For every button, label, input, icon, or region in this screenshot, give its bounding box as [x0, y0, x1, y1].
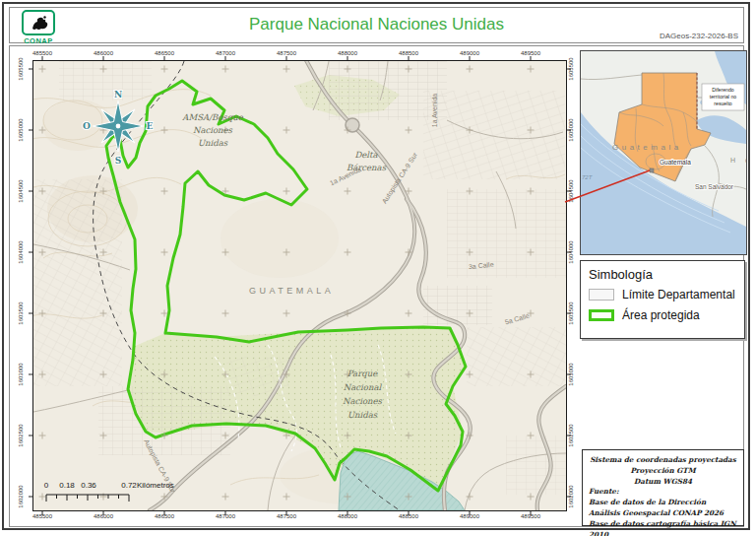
- inset-city-label: Guatemala: [660, 159, 691, 166]
- coord-label: 486500: [155, 513, 174, 519]
- credits-source: Base de datos de la Dirección Análisis G…: [589, 498, 737, 519]
- amsa-label: Naciones: [193, 125, 233, 135]
- compass-w: O: [83, 121, 91, 131]
- main-map-canvas: AMSA/Bosque Naciones Unidas Delta Bárcen…: [33, 61, 566, 510]
- coord-label: 489500: [521, 50, 540, 56]
- main-map: AMSA/Bosque Naciones Unidas Delta Bárcen…: [32, 60, 567, 511]
- coord-label: 485500: [32, 513, 52, 519]
- coord-label: 487500: [277, 50, 296, 56]
- park-label: Unidas: [347, 410, 378, 420]
- legend-item-label: Área protegida: [622, 308, 700, 322]
- scale-label: 0: [44, 481, 49, 490]
- scale-label: 0.36: [81, 481, 96, 490]
- inset-utm-label: 72T: [582, 174, 594, 180]
- coord-label: 486500: [155, 50, 174, 56]
- coord-label: 1602000: [568, 485, 574, 507]
- protected-area-swatch: [589, 309, 614, 321]
- legend: Simbología Límite Departamental Área pro…: [580, 260, 745, 339]
- doc-code: DAGeos-232-2026-BS: [660, 32, 738, 40]
- note-line: Diferendo: [712, 87, 734, 93]
- park-label: Nacional: [344, 382, 383, 392]
- credits-line: Proyección GTM: [589, 466, 737, 477]
- delta-barcenas-label: Delta: [354, 150, 378, 160]
- guatemala-city-label: GUATEMALA: [249, 286, 334, 296]
- coord-label: 486000: [94, 513, 113, 519]
- coord-label: 1604500: [18, 179, 24, 202]
- scale-label: 0.18: [59, 481, 75, 490]
- coord-label: 1605000: [18, 118, 24, 141]
- note-line: resuelto: [714, 100, 732, 106]
- inset-map: Diferendo territorial no resuelto Guatem…: [580, 50, 747, 255]
- inset-map-canvas: Diferendo territorial no resuelto Guatem…: [581, 51, 746, 254]
- coord-label: 488500: [399, 513, 418, 519]
- street-label: 1a Avenida: [431, 94, 438, 128]
- coord-label: 1603000: [18, 363, 24, 385]
- legend-item-label: Límite Departamental: [622, 288, 735, 302]
- coord-label: 489500: [521, 513, 540, 519]
- amsa-label: AMSA/Bosque: [181, 112, 243, 122]
- credits-line: Datum WGS84: [589, 477, 737, 488]
- coord-label: 488000: [338, 50, 357, 56]
- coord-label: 1603500: [18, 302, 24, 324]
- amsa-label: Unidas: [198, 138, 228, 148]
- coord-label: 1605000: [568, 118, 574, 141]
- inset-san-salvador-label: San Salvador: [695, 183, 734, 190]
- header: CONAP Parque Nacional Naciones Unidas DA…: [9, 7, 744, 43]
- legend-title: Simbología: [589, 267, 736, 282]
- coord-label: 488500: [399, 50, 418, 56]
- legend-item-area: Área protegida: [589, 308, 736, 322]
- coord-label: 1603000: [568, 363, 574, 385]
- coord-label: 488000: [338, 513, 357, 519]
- coord-label: 487000: [216, 513, 235, 519]
- compass-n: N: [114, 90, 122, 100]
- coord-label: 1605500: [568, 57, 574, 80]
- coord-label: 1604500: [568, 179, 574, 202]
- conap-logo-text: CONAP: [17, 36, 60, 45]
- coord-label: 1605500: [18, 57, 24, 80]
- credits-box: Sistema de coordenadas proyectadas Proye…: [582, 449, 744, 526]
- coord-label: 1602500: [18, 424, 24, 446]
- coord-label: 1602000: [18, 485, 24, 507]
- compass-s: S: [115, 156, 122, 166]
- inset-country-label: Guatemala: [612, 143, 682, 152]
- credits-source: Base de datos cartografía básica IGN 201…: [589, 519, 737, 536]
- credits-line: Sistema de coordenadas proyectadas: [589, 455, 737, 466]
- park-label: Parque: [347, 368, 378, 378]
- coord-label: 1603500: [568, 302, 574, 324]
- compass-e: E: [147, 121, 154, 131]
- inset-honduras-label: H o: [730, 157, 746, 164]
- coord-label: 485500: [32, 50, 52, 56]
- credits-fuente: Fuente:: [589, 487, 737, 498]
- inset-note-box: Diferendo territorial no resuelto: [698, 84, 744, 110]
- coord-label: 487000: [216, 50, 235, 56]
- inset-city-marker: [650, 168, 654, 172]
- coord-label: 486000: [94, 50, 113, 56]
- coord-label: 1604000: [568, 240, 574, 263]
- scale-unit: Kilómetros: [137, 481, 174, 490]
- page-title: Parque Nacional Naciones Unidas: [10, 15, 743, 34]
- note-line: territorial no: [710, 94, 737, 100]
- legend-item-limite: Límite Departamental: [589, 288, 736, 302]
- coord-label: 1602500: [568, 424, 574, 446]
- departmental-limit-swatch: [589, 289, 614, 301]
- coord-label: 489000: [460, 513, 479, 519]
- park-label: Naciones: [343, 396, 383, 406]
- coord-label: 489000: [460, 50, 479, 56]
- scale-label: 0.72: [121, 481, 137, 490]
- coord-label: 1604000: [18, 240, 24, 263]
- coord-label: 487500: [277, 513, 296, 519]
